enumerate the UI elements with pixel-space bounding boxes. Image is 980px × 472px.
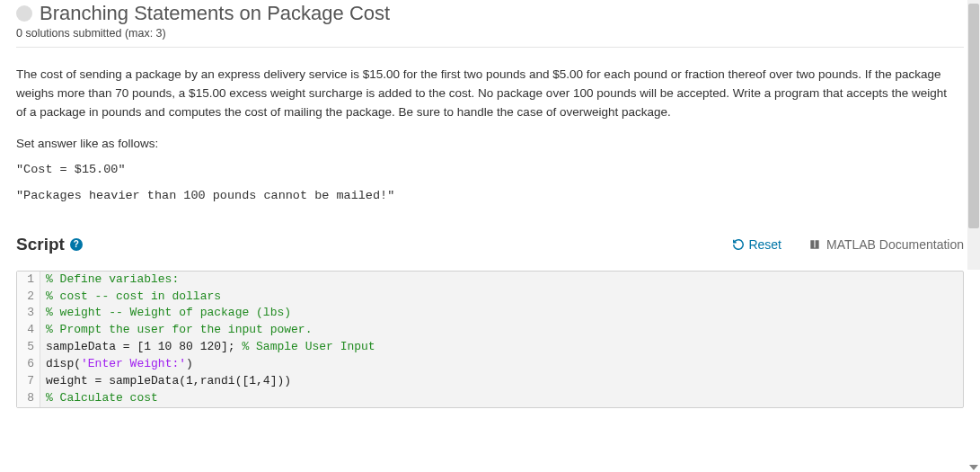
code-content[interactable]: disp('Enter Weight:') [40, 356, 193, 373]
code-line[interactable]: 1% Define variables: [17, 272, 963, 289]
scrollbar-thumb[interactable] [968, 4, 979, 228]
problem-description: The cost of sending a package by an expr… [16, 66, 950, 122]
code-content[interactable]: weight = sampleData(1,randi([1,4])) [40, 373, 291, 390]
line-number: 8 [17, 390, 40, 407]
code-line[interactable]: 7weight = sampleData(1,randi([1,4])) [17, 373, 963, 390]
reset-label: Reset [748, 237, 781, 252]
example-output-2: "Packages heavier than 100 pounds cannot… [16, 189, 964, 202]
page-title: Branching Statements on Package Cost [40, 2, 390, 25]
code-line[interactable]: 5sampleData = [1 10 80 120]; % Sample Us… [17, 339, 963, 356]
code-content[interactable]: % Calculate cost [40, 390, 158, 407]
line-number: 7 [17, 373, 40, 390]
matlab-documentation-link[interactable]: MATLAB Documentation [808, 237, 964, 252]
reset-button[interactable]: Reset [732, 237, 781, 252]
solutions-subtitle: 0 solutions submitted (max: 3) [16, 27, 964, 40]
line-number: 5 [17, 339, 40, 356]
line-number: 1 [17, 272, 40, 289]
code-content[interactable]: sampleData = [1 10 80 120]; % Sample Use… [40, 339, 375, 356]
line-number: 3 [17, 305, 40, 322]
example-output-1: "Cost = $15.00" [16, 163, 964, 176]
line-number: 4 [17, 322, 40, 339]
code-line[interactable]: 6disp('Enter Weight:') [17, 356, 963, 373]
scrollbar-down-arrow-icon[interactable] [969, 465, 978, 470]
reset-icon [732, 238, 745, 251]
doc-label: MATLAB Documentation [826, 237, 964, 252]
code-line[interactable]: 2% cost -- cost in dollars [17, 289, 963, 306]
code-content[interactable]: % weight -- Weight of package (lbs) [40, 305, 291, 322]
divider [16, 47, 964, 48]
code-line[interactable]: 3% weight -- Weight of package (lbs) [17, 305, 963, 322]
scrollbar[interactable] [967, 0, 980, 270]
code-line[interactable]: 8% Calculate cost [17, 390, 963, 407]
script-heading: Script [16, 235, 65, 254]
help-icon[interactable]: ? [70, 238, 83, 251]
code-content[interactable]: % Define variables: [40, 272, 179, 289]
set-answer-label: Set answer like as follows: [16, 137, 964, 150]
code-content[interactable]: % Prompt the user for the input power. [40, 322, 312, 339]
line-number: 2 [17, 289, 40, 306]
status-circle-icon [16, 5, 32, 22]
code-line[interactable]: 4% Prompt the user for the input power. [17, 322, 963, 339]
code-editor[interactable]: 1% Define variables:2% cost -- cost in d… [16, 271, 964, 408]
code-content[interactable]: % cost -- cost in dollars [40, 289, 221, 306]
line-number: 6 [17, 356, 40, 373]
book-icon [808, 238, 821, 251]
